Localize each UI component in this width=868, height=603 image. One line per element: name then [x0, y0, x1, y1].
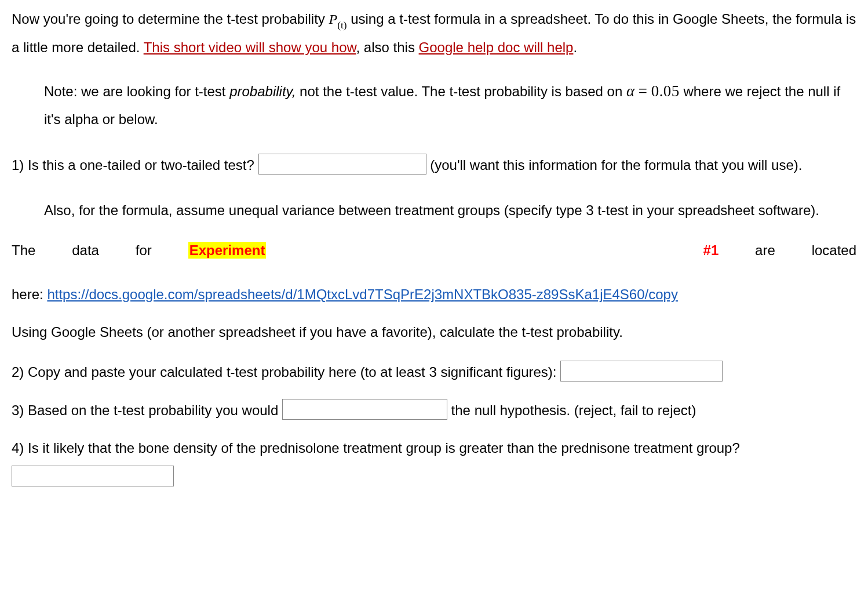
q2-input[interactable] — [560, 361, 723, 382]
word-here: here: — [12, 286, 47, 302]
p-t-symbol: P(t) — [329, 12, 347, 27]
q1-after: (you'll want this information for the fo… — [426, 157, 803, 173]
intro-text-4: . — [573, 39, 577, 55]
intro-paragraph: Now you're going to determine the t-test… — [12, 6, 856, 60]
question-3: 3) Based on the t-test probability you w… — [12, 397, 856, 424]
word-the: The — [12, 242, 35, 258]
data-url-line: here: https://docs.google.com/spreadshee… — [12, 284, 856, 305]
question-1: 1) Is this a one-tailed or two-tailed te… — [12, 149, 856, 181]
q1-input[interactable] — [258, 154, 426, 175]
q3-input[interactable] — [282, 399, 447, 420]
word-are: are — [755, 242, 775, 258]
note-paragraph: Note: we are looking for t-test probabil… — [44, 77, 843, 133]
intro-text-1: Now you're going to determine the t-test… — [12, 11, 329, 27]
spreadsheet-link[interactable]: https://docs.google.com/spreadsheets/d/1… — [47, 286, 678, 302]
alpha-expression: α = 0.05 — [626, 82, 680, 100]
note-text-1: Note: we are looking for t-test — [44, 83, 229, 99]
word-data: data — [72, 242, 99, 258]
q1-label: 1) Is this a one-tailed or two-tailed te… — [12, 157, 258, 173]
q3-after: the null hypothesis. (reject, fail to re… — [447, 402, 696, 418]
note-text-2: not the t-test value. The t-test probabi… — [296, 83, 626, 99]
intro-text-3: , also this — [356, 39, 419, 55]
using-paragraph: Using Google Sheets (or another spreadsh… — [12, 319, 856, 346]
q4-label: 4) Is it likely that the bone density of… — [12, 440, 740, 456]
word-for: for — [136, 242, 152, 258]
q2-label: 2) Copy and paste your calculated t-test… — [12, 364, 560, 380]
word-located: located — [812, 242, 856, 258]
help-doc-link[interactable]: Google help doc will help — [419, 39, 574, 55]
question-4: 4) Is it likely that the bone density of… — [12, 435, 856, 490]
also-paragraph: Also, for the formula, assume unequal va… — [44, 197, 843, 224]
data-location-line: The data for Experiment #1 are located — [12, 240, 856, 282]
question-2: 2) Copy and paste your calculated t-test… — [12, 359, 856, 386]
note-italic: probability, — [229, 83, 296, 99]
video-link[interactable]: This short video will show you how — [144, 39, 356, 55]
q4-input[interactable] — [12, 466, 174, 486]
experiment-highlight: Experiment #1 — [188, 242, 719, 259]
q3-before: 3) Based on the t-test probability you w… — [12, 402, 282, 418]
